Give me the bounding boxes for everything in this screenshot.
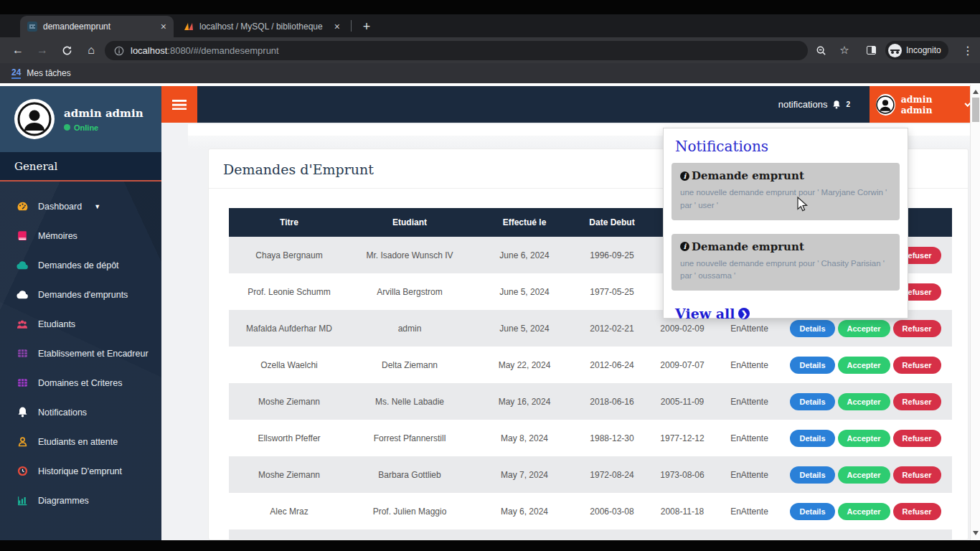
grid-icon xyxy=(16,377,29,390)
sidebar-user-name: admin admin xyxy=(64,107,143,120)
cell-date-fin xyxy=(645,529,720,540)
view-all-link[interactable]: View all ❯ xyxy=(675,306,750,321)
refuser-button[interactable]: Refuser xyxy=(893,466,941,484)
sidebar-item-label: Notifications xyxy=(38,408,87,418)
tab-demandeemprunt[interactable]: demandeemprunt × xyxy=(20,16,174,37)
sidebar-item-dashboard[interactable]: Dashboard▼ xyxy=(0,192,161,221)
bookmarks-bar: 24 Mes tâches xyxy=(0,63,980,83)
scrollbar[interactable] xyxy=(970,85,980,540)
details-button[interactable]: Details xyxy=(790,393,834,410)
notifications-dropdown-title: Notifications xyxy=(675,138,896,155)
sidebar-item-domaines-et-criteres[interactable]: Domaines et Criteres xyxy=(0,368,161,397)
hamburger-button[interactable] xyxy=(161,86,197,123)
bookmark-star-icon[interactable]: ☆ xyxy=(835,42,854,59)
browser-toolbar: ← → ⌂ localhost:8080/#/demandesemprunt ☆… xyxy=(0,37,980,63)
tab-phpmyadmin[interactable]: localhost / MySQL / bibliotheque × xyxy=(176,16,347,37)
sidebar-item-etudiants[interactable]: Etudiants xyxy=(0,309,161,339)
notifications-count-badge: 2 xyxy=(846,100,850,108)
details-button[interactable]: Details xyxy=(790,466,834,484)
cell-titre: Alec Mraz xyxy=(229,493,349,529)
cell-date-debut: 1996-09-25 xyxy=(579,237,645,273)
cell-etudiant: Prof. Julien Maggio xyxy=(349,493,470,529)
cell-titre: Ellsworth Pfeffer xyxy=(229,420,349,456)
sidebar-item-demandes-de-d-p-t[interactable]: Demandes de dépôt xyxy=(0,250,161,280)
details-button[interactable]: Details xyxy=(790,503,834,520)
sidebar-item-demandes-d-emprunts[interactable]: Demandes d'emprunts xyxy=(0,280,161,309)
cell-status: EnAttente xyxy=(720,383,779,420)
sidebar-item-label: Etudiants en attente xyxy=(38,437,118,447)
details-button[interactable]: Details xyxy=(790,320,834,337)
address-bar[interactable]: localhost:8080/#/demandesemprunt xyxy=(105,41,808,60)
accepter-button[interactable]: Accepter xyxy=(838,320,890,337)
cell-date-debut: 2006-03-08 xyxy=(579,493,645,529)
user-menu[interactable]: admin admin xyxy=(870,86,970,123)
book-icon xyxy=(16,230,29,242)
phpmyadmin-favicon xyxy=(184,22,194,32)
table-row: Alec MrazProf. Julien MaggioMay 6, 20242… xyxy=(229,493,952,529)
sidebar-item-m-moires[interactable]: Mémoires xyxy=(0,221,161,250)
cell-effectue-le: June 5, 2024 xyxy=(470,310,579,347)
column-header: Effectué le xyxy=(470,208,579,237)
cell-actions xyxy=(779,529,952,540)
cell-etudiant: Forrest Pfannerstill xyxy=(349,420,470,456)
refuser-button[interactable]: Refuser xyxy=(893,320,941,337)
online-status: Online xyxy=(64,123,143,132)
sidebar-section-general: General xyxy=(0,152,161,182)
scroll-up-arrow[interactable] xyxy=(973,90,979,94)
caret-down-icon: ▼ xyxy=(94,203,100,210)
zoom-icon[interactable] xyxy=(811,42,830,59)
details-button[interactable]: Details xyxy=(790,357,834,374)
table-row: Ellsworth PfefferForrest PfannerstillMay… xyxy=(229,420,952,456)
cell-effectue-le: June 5, 2024 xyxy=(470,273,579,310)
accepter-button[interactable]: Accepter xyxy=(838,466,890,484)
tab-close-icon[interactable]: × xyxy=(161,22,166,32)
cloud-icon xyxy=(16,288,29,301)
column-header: Etudiant xyxy=(349,208,470,237)
browser-menu-dots-icon[interactable]: ⋮ xyxy=(958,42,977,59)
cell-actions: DetailsAccepterRefuser xyxy=(779,347,952,383)
notification-title: iDemande emprunt xyxy=(680,240,891,253)
scroll-down-arrow[interactable] xyxy=(973,531,979,535)
cell-etudiant: Ms. Nelle Labadie xyxy=(349,383,470,420)
accepter-button[interactable]: Accepter xyxy=(838,430,890,447)
refuser-button[interactable]: Refuser xyxy=(893,430,941,447)
cell-status: EnAttente xyxy=(720,493,779,529)
sidebar-item-historique-d-emprunt[interactable]: Historique D'emprunt xyxy=(0,456,161,486)
home-icon[interactable]: ⌂ xyxy=(82,42,100,59)
accepter-button[interactable]: Accepter xyxy=(838,393,890,410)
accepter-button[interactable]: Accepter xyxy=(838,357,890,374)
sidebar-item-etudiants-en-attente[interactable]: Etudiants en attente xyxy=(0,427,161,456)
sidebar-item-diagrammes[interactable]: Diagrammes xyxy=(0,486,161,515)
sidebar-item-label: Etablissement et Encadreur xyxy=(38,349,149,359)
notifications-toggle[interactable]: notifications 2 xyxy=(778,86,850,123)
accepter-button[interactable]: Accepter xyxy=(838,503,890,520)
reload-icon[interactable] xyxy=(57,42,76,59)
scrollbar-thumb[interactable] xyxy=(972,98,979,122)
forward-icon[interactable]: → xyxy=(33,42,52,59)
refuser-button[interactable]: Refuser xyxy=(893,393,941,410)
cell-status xyxy=(720,529,779,540)
cell-date-fin: 2005-11-09 xyxy=(645,383,720,420)
cell-etudiant: Delta Ziemann xyxy=(349,347,470,383)
refuser-button[interactable]: Refuser xyxy=(893,503,941,520)
refuser-button[interactable]: Refuser xyxy=(893,357,941,374)
online-dot xyxy=(64,124,70,131)
sidebar-item-notifications[interactable]: Notifications xyxy=(0,397,161,427)
sidebar-user-panel: admin admin Online xyxy=(0,86,161,152)
site-info-icon[interactable] xyxy=(114,46,124,56)
sidebar-item-etablissement-et-encadreur[interactable]: Etablissement et Encadreur xyxy=(0,339,161,368)
table-row: Moshe ZiemannMs. Nelle LabadieMay 16, 20… xyxy=(229,383,952,420)
cloud-icon xyxy=(16,259,29,272)
bookmark-mes-taches[interactable]: Mes tâches xyxy=(27,68,70,78)
details-button[interactable]: Details xyxy=(790,430,834,447)
cell-effectue-le: May 16, 2024 xyxy=(470,383,579,420)
info-icon: i xyxy=(680,171,689,181)
notification-card[interactable]: iDemande empruntune nouvelle demande emp… xyxy=(672,163,900,220)
notification-card[interactable]: iDemande empruntune nouvelle demande emp… xyxy=(672,234,900,291)
user-menu-name: admin admin xyxy=(901,94,960,116)
tab-close-icon[interactable]: × xyxy=(334,22,340,32)
side-panel-icon[interactable] xyxy=(862,42,880,59)
hamburger-icon xyxy=(172,100,187,110)
back-icon[interactable]: ← xyxy=(9,42,27,59)
new-tab-button[interactable]: + xyxy=(357,17,376,36)
